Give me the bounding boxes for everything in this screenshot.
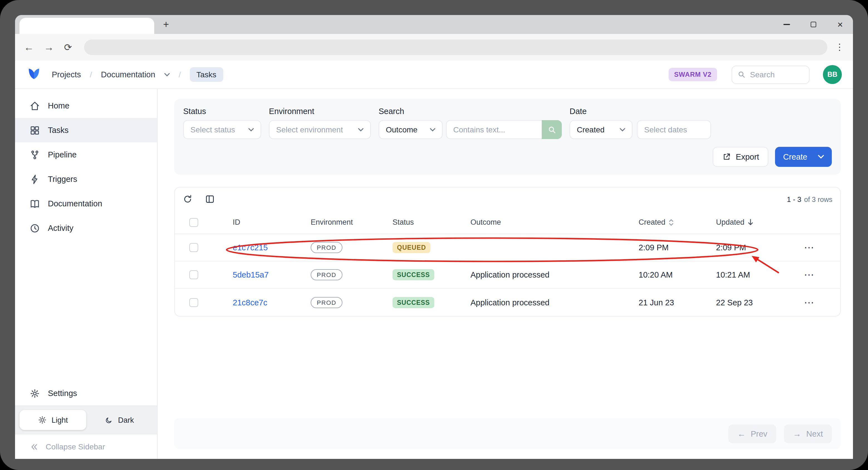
create-button[interactable]: Create — [775, 147, 832, 167]
tasks-grid-icon — [30, 125, 40, 135]
sidebar-item-label: Activity — [48, 224, 73, 233]
date-filter-controls: Created Select dates — [569, 120, 711, 139]
history-clock-icon — [30, 223, 40, 233]
row-actions-button[interactable]: ⋯ — [788, 241, 840, 254]
close-button[interactable]: ✕ — [836, 21, 844, 28]
theme-light-button[interactable]: Light — [20, 410, 86, 430]
status-filter-select[interactable]: Select status — [183, 120, 261, 139]
sidebar-item-triggers[interactable]: Triggers — [15, 167, 157, 191]
id-cell: e1c7c215 — [233, 243, 311, 252]
table-row[interactable]: 21c8ce7c PROD SUCCESS Application proces… — [175, 289, 840, 316]
filter-panel: Status Select status Environment Select … — [174, 99, 841, 175]
row-actions-button[interactable]: ⋯ — [788, 296, 840, 308]
column-header-updated[interactable]: Updated — [716, 218, 788, 226]
select-all-checkbox[interactable] — [189, 218, 198, 227]
row-checkbox[interactable] — [189, 298, 198, 307]
search-submit-button[interactable] — [542, 120, 562, 139]
theme-light-label: Light — [52, 416, 68, 424]
lightning-icon — [30, 174, 40, 184]
date-field-value: Created — [577, 125, 604, 134]
checkbox-cell — [189, 243, 233, 252]
column-header-created[interactable]: Created — [639, 218, 716, 226]
table-row[interactable]: e1c7c215 PROD QUEUED 2:09 PM 2:09 PM ⋯ — [175, 234, 840, 261]
status-filter-placeholder: Select status — [190, 125, 235, 134]
theme-dark-button[interactable]: Dark — [86, 410, 153, 430]
prev-page-button[interactable]: ← Prev — [728, 424, 776, 443]
forward-button[interactable]: → — [44, 42, 54, 52]
browser-tab[interactable] — [20, 18, 154, 34]
address-bar[interactable] — [84, 39, 828, 55]
date-range-placeholder: Select dates — [644, 125, 687, 134]
search-text-input[interactable]: Contains text... — [446, 120, 542, 139]
environment-cell: PROD — [311, 269, 393, 280]
column-label: Environment — [311, 218, 353, 226]
task-id-link[interactable]: 5deb15a7 — [233, 270, 269, 279]
refresh-icon[interactable] — [183, 194, 193, 204]
sidebar-item-documentation[interactable]: Documentation — [15, 191, 157, 216]
sun-icon — [38, 415, 46, 425]
environment-pill: PROD — [311, 242, 342, 253]
sidebar-item-pipeline[interactable]: Pipeline — [15, 142, 157, 167]
chevron-down-icon — [430, 128, 435, 132]
new-tab-button[interactable]: + — [163, 20, 169, 30]
moon-icon — [105, 416, 113, 424]
global-search-placeholder: Search — [750, 70, 775, 79]
app-logo-icon[interactable] — [26, 67, 42, 82]
app-header: Projects / Documentation / Tasks SWARM V… — [15, 61, 853, 89]
browser-menu-button[interactable]: ⋮ — [835, 43, 844, 52]
sidebar-item-activity[interactable]: Activity — [15, 216, 157, 240]
table-row[interactable]: 5deb15a7 PROD SUCCESS Application proces… — [175, 261, 840, 289]
search-text-placeholder: Contains text... — [453, 125, 505, 134]
create-label: Create — [783, 153, 807, 161]
column-header-status[interactable]: Status — [393, 218, 470, 226]
tasks-table: 1 - 3 of 3 rows ID Environment Status Ou… — [174, 187, 841, 316]
rows-summary: 1 - 3 of 3 rows — [787, 195, 832, 203]
maximize-button[interactable] — [810, 21, 817, 28]
minimize-button[interactable] — [783, 21, 790, 28]
task-id-link[interactable]: 21c8ce7c — [233, 298, 267, 307]
row-checkbox[interactable] — [189, 270, 198, 279]
status-cell: SUCCESS — [393, 297, 470, 308]
search-field-select[interactable]: Outcome — [379, 120, 443, 139]
column-header-id[interactable]: ID — [233, 218, 311, 226]
row-actions-button[interactable]: ⋯ — [788, 269, 840, 281]
reload-button[interactable]: ⟳ — [64, 42, 72, 52]
sidebar-item-settings[interactable]: Settings — [15, 381, 157, 405]
browser-window: + ✕ ← → ⟳ ⋮ Projects / — [15, 15, 853, 459]
back-button[interactable]: ← — [24, 42, 34, 52]
next-page-button[interactable]: → Next — [784, 424, 832, 443]
date-field-select[interactable]: Created — [569, 120, 632, 139]
breadcrumb-projects[interactable]: Projects — [52, 70, 81, 79]
id-cell: 21c8ce7c — [233, 298, 311, 307]
checkbox-cell — [189, 298, 233, 307]
created-cell: 21 Jun 23 — [639, 298, 716, 307]
row-checkbox[interactable] — [189, 243, 198, 252]
export-label: Export — [736, 153, 759, 161]
actions-cell: ⋯ — [788, 296, 840, 308]
sidebar-item-tasks[interactable]: Tasks — [15, 118, 157, 142]
collapse-sidebar-button[interactable]: Collapse Sidebar — [15, 434, 157, 459]
column-header-environment[interactable]: Environment — [311, 218, 393, 226]
export-button[interactable]: Export — [712, 147, 769, 167]
environment-pill: PROD — [311, 269, 342, 280]
status-cell: SUCCESS — [393, 269, 470, 280]
environment-filter-select[interactable]: Select environment — [269, 120, 371, 139]
home-icon — [30, 100, 40, 111]
app: Projects / Documentation / Tasks SWARM V… — [15, 61, 853, 459]
environment-cell: PROD — [311, 297, 393, 308]
breadcrumb-tasks-chip[interactable]: Tasks — [190, 67, 223, 82]
browser-tab-strip: + ✕ — [15, 15, 853, 34]
chevron-down-icon — [818, 155, 824, 159]
columns-layout-icon[interactable] — [205, 194, 215, 204]
sidebar-item-home[interactable]: Home — [15, 94, 157, 118]
column-header-outcome[interactable]: Outcome — [470, 218, 639, 226]
status-filter-label: Status — [183, 107, 261, 116]
device-frame: + ✕ ← → ⟳ ⋮ Projects / — [0, 0, 868, 470]
date-range-input[interactable]: Select dates — [637, 120, 711, 139]
environment-pill: PROD — [311, 297, 342, 308]
global-search-input[interactable]: Search — [732, 65, 810, 84]
user-avatar[interactable]: BB — [823, 65, 842, 84]
breadcrumb-documentation[interactable]: Documentation — [101, 70, 170, 79]
task-id-link[interactable]: e1c7c215 — [233, 243, 268, 252]
search-filter-controls: Outcome Contains text... — [379, 120, 562, 139]
